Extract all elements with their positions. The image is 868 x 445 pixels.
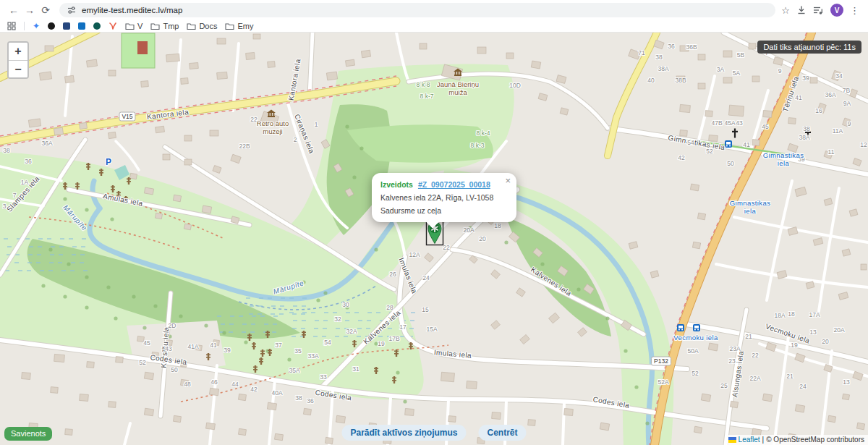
navy-bookmark-icon[interactable] bbox=[63, 22, 70, 30]
popup-close-icon[interactable]: × bbox=[505, 175, 511, 186]
bookmark-folder-tmp[interactable]: Tmp bbox=[150, 22, 179, 30]
map-attribution: Leaflet | © OpenStreetMap contributors bbox=[725, 435, 868, 445]
reload-icon[interactable]: ⟳ bbox=[38, 0, 54, 20]
zoom-in-button[interactable]: + bbox=[9, 43, 27, 60]
dark-circle-bookmark-icon[interactable] bbox=[48, 22, 55, 30]
bookmark-folder-label: V bbox=[137, 22, 142, 30]
bus-stop-icon bbox=[725, 140, 732, 148]
popup-address: Kalvenes iela 22A, Rīga, LV-1058 bbox=[380, 193, 508, 202]
ukraine-flag-icon bbox=[728, 437, 736, 443]
media-list-icon[interactable] bbox=[813, 6, 824, 15]
bookmark-folder-emy[interactable]: Emy bbox=[225, 22, 253, 30]
attribution-separator: | bbox=[762, 436, 765, 444]
map-action-buttons: Parādīt aktīvos ziņojumus Centrēt bbox=[341, 425, 526, 441]
site-settings-icon[interactable] bbox=[67, 5, 77, 15]
bookmarks-divider bbox=[24, 22, 25, 30]
sparkle-bookmark-icon[interactable]: ✦ bbox=[33, 21, 40, 31]
leaflet-link[interactable]: Leaflet bbox=[739, 436, 760, 444]
folder-icon bbox=[225, 22, 234, 30]
bookmark-folder-docs[interactable]: Docs bbox=[187, 22, 217, 30]
bus-stop-icon bbox=[677, 324, 684, 331]
popup-incident: Sadursme uz ceļa bbox=[380, 206, 508, 215]
show-active-reports-button[interactable]: Parādīt aktīvos ziņojumus bbox=[341, 425, 466, 441]
back-icon[interactable]: ← bbox=[6, 0, 22, 20]
center-map-button[interactable]: Centrēt bbox=[479, 425, 527, 441]
menu-kebab-icon[interactable]: ⋮ bbox=[850, 5, 859, 16]
map-zoom-control: + − bbox=[7, 41, 29, 79]
folder-icon bbox=[150, 22, 160, 30]
refresh-countdown-badge: Dati tiks atjaunoti pēc: 11s bbox=[757, 41, 861, 54]
teams-bookmark-icon[interactable] bbox=[93, 22, 101, 30]
browser-chrome: ← → ⟳ emylite-test.meditec.lv/map ☆ bbox=[0, 0, 868, 33]
forward-icon[interactable]: → bbox=[22, 0, 38, 20]
profile-avatar[interactable]: V bbox=[830, 4, 843, 17]
bookmarks-bar: ✦ V Tmp Docs bbox=[0, 20, 868, 33]
report-link[interactable]: #Z_09072025_00018 bbox=[418, 180, 490, 189]
url-text[interactable]: emylite-test.meditec.lv/map bbox=[82, 6, 182, 14]
downloads-icon[interactable] bbox=[796, 5, 807, 15]
zoom-out-button[interactable]: − bbox=[9, 60, 27, 77]
map-popup: Izveidots#Z_09072025_00018 Kalvenes iela… bbox=[372, 173, 516, 222]
address-bar[interactable]: emylite-test.meditec.lv/map bbox=[59, 3, 775, 17]
osm-attribution-text: © OpenStreetMap contributors bbox=[766, 436, 864, 444]
apps-grid-icon[interactable] bbox=[7, 22, 16, 30]
folder-icon bbox=[125, 22, 135, 30]
popup-created-label: Izveidots bbox=[380, 180, 413, 189]
bookmark-folder-v[interactable]: V bbox=[125, 22, 142, 30]
bookmark-folder-label: Docs bbox=[199, 22, 217, 30]
bookmark-folder-label: Emy bbox=[237, 22, 253, 30]
bookmark-folder-label: Tmp bbox=[163, 22, 179, 30]
bookmark-star-icon[interactable]: ☆ bbox=[781, 5, 790, 16]
connection-status-badge: Savienots bbox=[4, 427, 52, 441]
bus-stop-icon bbox=[693, 324, 700, 331]
folder-icon bbox=[187, 22, 196, 30]
orange-bookmark-icon[interactable] bbox=[109, 22, 117, 30]
outlook-bookmark-icon[interactable] bbox=[78, 22, 85, 30]
browser-toolbar: ← → ⟳ emylite-test.meditec.lv/map ☆ bbox=[0, 0, 868, 20]
